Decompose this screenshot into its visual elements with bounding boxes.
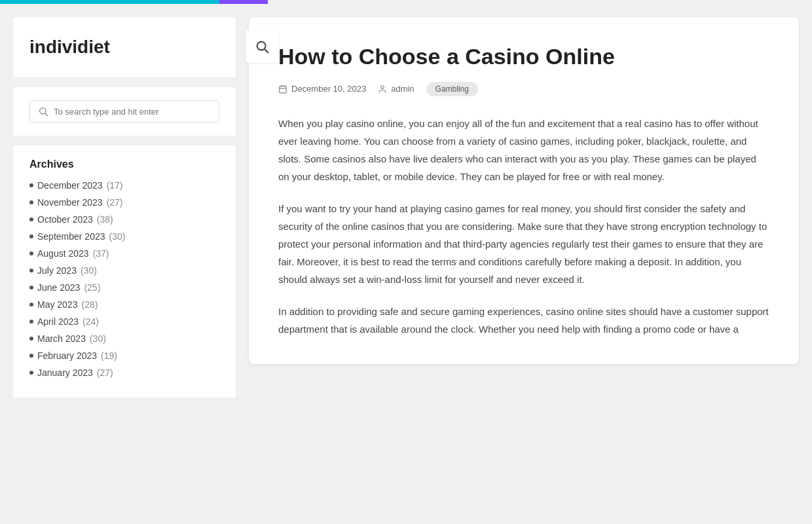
archive-link[interactable]: August 2023 (37) (29, 248, 219, 259)
archive-link[interactable]: January 2023 (27) (29, 367, 219, 378)
archive-count: (30) (81, 265, 97, 276)
archive-link[interactable]: June 2023 (25) (29, 282, 219, 293)
list-item: March 2023 (30) (29, 333, 219, 344)
meta-author: admin (378, 84, 414, 94)
archive-link[interactable]: February 2023 (19) (29, 350, 219, 361)
archive-link[interactable]: July 2023 (30) (29, 265, 219, 276)
archive-link[interactable]: May 2023 (28) (29, 299, 219, 310)
archive-count: (27) (107, 197, 123, 208)
svg-rect-4 (280, 86, 287, 93)
sidebar-header: individiet (13, 17, 236, 77)
article-meta: December 10, 2023 admin Gambling (278, 82, 769, 96)
list-item: October 2023 (38) (29, 214, 219, 225)
meta-date: December 10, 2023 (278, 84, 366, 94)
list-item: April 2023 (24) (29, 316, 219, 327)
svg-line-3 (45, 113, 48, 116)
archive-month: December 2023 (37, 180, 103, 191)
list-item: August 2023 (37) (29, 248, 219, 259)
archive-month: August 2023 (37, 248, 89, 259)
search-toggle-button[interactable] (246, 30, 278, 63)
search-widget (13, 87, 236, 136)
archive-month: November 2023 (37, 197, 103, 208)
article-date: December 10, 2023 (291, 84, 366, 94)
svg-point-8 (381, 86, 384, 89)
archive-month: May 2023 (37, 299, 77, 310)
list-item: July 2023 (30) (29, 265, 219, 276)
search-icon (255, 39, 269, 54)
article-body: When you play casino online, you can enj… (278, 115, 769, 338)
top-color-bar (0, 0, 812, 4)
archive-link[interactable]: October 2023 (38) (29, 214, 219, 225)
article-title: How to Choose a Casino Online (278, 43, 769, 70)
search-box-icon (38, 106, 48, 117)
archive-month: January 2023 (37, 367, 93, 378)
archive-count: (30) (90, 333, 106, 344)
list-item: January 2023 (27) (29, 367, 219, 378)
list-item: November 2023 (27) (29, 197, 219, 208)
article-paragraph: When you play casino online, you can enj… (278, 115, 769, 185)
archive-link[interactable]: September 2023 (30) (29, 231, 219, 242)
archives-title: Archives (29, 159, 219, 170)
archive-month: July 2023 (37, 265, 77, 276)
archive-count: (24) (83, 316, 99, 327)
site-title: individiet (29, 37, 110, 57)
list-item: February 2023 (19) (29, 350, 219, 361)
archive-count: (17) (107, 180, 123, 191)
article-author: admin (391, 84, 414, 94)
archive-link[interactable]: April 2023 (24) (29, 316, 219, 327)
list-item: December 2023 (17) (29, 180, 219, 191)
archive-count: (30) (109, 231, 126, 242)
sidebar: individiet Archives December 202 (13, 17, 236, 407)
search-input[interactable] (54, 107, 211, 117)
archive-link[interactable]: November 2023 (27) (29, 197, 219, 208)
main-content: How to Choose a Casino Online December 1… (249, 17, 799, 407)
article-card: How to Choose a Casino Online December 1… (249, 17, 799, 364)
svg-line-1 (265, 49, 268, 52)
archive-link[interactable]: March 2023 (30) (29, 333, 219, 344)
archive-count: (25) (84, 282, 100, 293)
archive-month: April 2023 (37, 316, 79, 327)
archive-month: February 2023 (37, 350, 97, 361)
archive-count: (19) (101, 350, 117, 361)
article-tag[interactable]: Gambling (426, 82, 478, 96)
list-item: September 2023 (30) (29, 231, 219, 242)
archive-count: (28) (81, 299, 98, 310)
search-box[interactable] (29, 100, 219, 122)
archives-widget: Archives December 2023 (17)November 2023… (13, 145, 236, 398)
list-item: May 2023 (28) (29, 299, 219, 310)
archive-list: December 2023 (17)November 2023 (27)Octo… (29, 180, 219, 378)
archive-count: (37) (93, 248, 109, 259)
archive-month: June 2023 (37, 282, 80, 293)
article-paragraph: In addition to providing safe and secure… (278, 303, 769, 338)
archive-month: March 2023 (37, 333, 86, 344)
archive-month: October 2023 (37, 214, 93, 225)
archive-link[interactable]: December 2023 (17) (29, 180, 219, 191)
archive-count: (27) (97, 367, 113, 378)
calendar-icon (278, 84, 287, 94)
article-paragraph: If you want to try your hand at playing … (278, 200, 769, 288)
archive-count: (38) (97, 214, 113, 225)
archive-month: September 2023 (37, 231, 105, 242)
list-item: June 2023 (25) (29, 282, 219, 293)
user-icon (378, 84, 387, 94)
